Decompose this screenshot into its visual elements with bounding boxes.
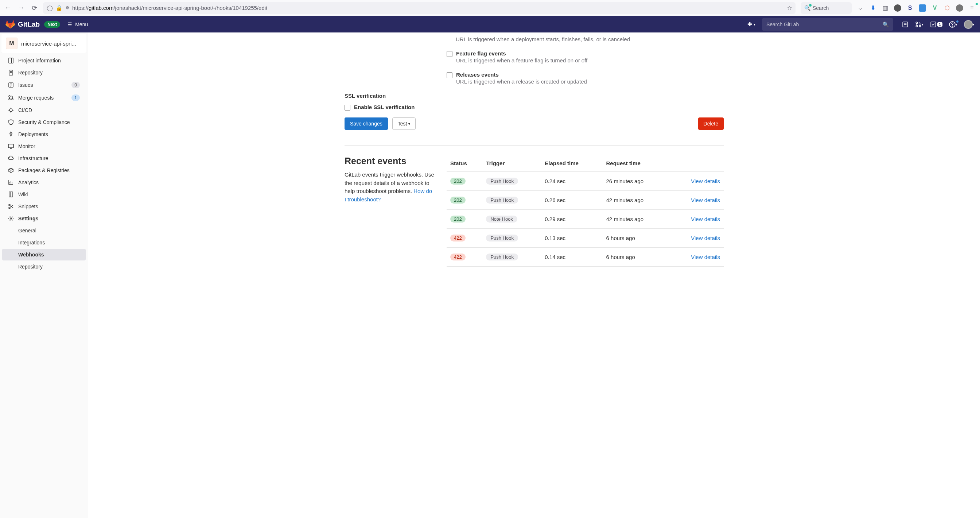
table-row: 202Push Hook0.24 sec26 minutes agoView d… xyxy=(447,172,724,191)
feature-flag-title: Feature flag events xyxy=(456,50,587,57)
sidebar-item-security[interactable]: Security & Compliance xyxy=(2,116,86,128)
menu-toggle[interactable]: ☰ Menu xyxy=(67,22,88,27)
monitor-icon xyxy=(8,143,14,149)
plus-icon: ✚ xyxy=(748,21,752,28)
svg-point-15 xyxy=(11,133,11,134)
chevron-down-icon: ▾ xyxy=(754,22,756,26)
sidebar-item-cicd[interactable]: CI/CD xyxy=(2,104,86,116)
pocket-icon[interactable]: ⌵ xyxy=(857,5,864,12)
svg-point-13 xyxy=(12,99,13,100)
view-details-link[interactable]: View details xyxy=(691,216,720,222)
overflow-icon[interactable]: ≡ xyxy=(968,5,975,12)
downloads-icon[interactable]: ⬇ xyxy=(869,5,877,12)
sidebar-item-analytics[interactable]: Analytics xyxy=(2,177,86,188)
create-new-dropdown[interactable]: ✚ ▾ xyxy=(745,19,757,29)
view-details-link[interactable]: View details xyxy=(691,178,720,184)
browser-search[interactable]: 🔍 Search xyxy=(800,2,852,14)
trigger-badge: Note Hook xyxy=(486,215,517,223)
sidebar-item-deployments[interactable]: Deployments xyxy=(2,128,86,140)
settings-repository[interactable]: Repository xyxy=(2,261,86,273)
gitlab-search[interactable]: Search GitLab 🔍 xyxy=(762,18,893,31)
url-bar[interactable]: ◯ 🔒 ⚙ https://gitlab.com/jonashackt/micr… xyxy=(43,2,795,14)
trigger-badge: Push Hook xyxy=(486,178,518,185)
forward-icon[interactable]: → xyxy=(18,4,25,12)
sidebar-item-monitor[interactable]: Monitor xyxy=(2,140,86,152)
help-icon[interactable]: ▾ xyxy=(949,21,958,28)
sidebar-item-packages[interactable]: Packages & Registries xyxy=(2,164,86,176)
sidebar-item-infrastructure[interactable]: Infrastructure xyxy=(2,153,86,164)
ext-icon-1[interactable] xyxy=(894,5,901,12)
svg-rect-8 xyxy=(12,58,13,63)
repository-icon xyxy=(8,70,14,75)
status-badge: 202 xyxy=(450,178,466,185)
settings-webhooks[interactable]: Webhooks xyxy=(2,249,86,260)
delete-button[interactable]: Delete xyxy=(698,118,724,130)
table-row: 202Push Hook0.26 sec42 minutes agoView d… xyxy=(447,191,724,210)
settings-integrations[interactable]: Integrations xyxy=(2,237,86,249)
sidebar-item-merge-requests[interactable]: Merge requests 1 xyxy=(2,92,86,104)
request-time: 42 minutes ago xyxy=(603,191,670,210)
view-details-link[interactable]: View details xyxy=(691,254,720,260)
ssl-enable-label: Enable SSL verification xyxy=(354,104,415,110)
ext-icon-3[interactable] xyxy=(919,5,926,12)
svg-point-18 xyxy=(9,204,10,206)
merge-requests-icon[interactable]: ▾ xyxy=(915,21,923,28)
todos-icon[interactable]: 1 xyxy=(930,21,942,28)
test-dropdown[interactable]: Test ▾ xyxy=(392,118,416,130)
reader-icon[interactable]: ▥ xyxy=(881,5,889,12)
sidebar-item-repository[interactable]: Repository xyxy=(2,67,86,78)
user-menu[interactable]: ▾ xyxy=(964,20,975,29)
sidebar-item-settings[interactable]: Settings xyxy=(2,213,86,224)
view-details-link[interactable]: View details xyxy=(691,197,720,203)
chevron-down-icon: ▾ xyxy=(956,22,958,26)
next-badge[interactable]: Next xyxy=(44,21,60,28)
reload-icon[interactable]: ⟳ xyxy=(30,4,38,12)
table-row: 422Push Hook0.13 sec6 hours agoView deta… xyxy=(447,229,724,248)
scissors-icon xyxy=(8,204,14,209)
tanuki-icon xyxy=(5,20,15,29)
trigger-badge: Push Hook xyxy=(486,234,518,241)
view-details-link[interactable]: View details xyxy=(691,235,720,241)
svg-point-2 xyxy=(916,25,918,27)
sidebar-item-issues[interactable]: Issues 0 xyxy=(2,79,86,91)
section-divider xyxy=(345,145,724,145)
svg-point-14 xyxy=(10,109,13,112)
recent-events-title: Recent events xyxy=(345,156,435,166)
releases-checkbox[interactable] xyxy=(447,72,452,78)
col-status: Status xyxy=(447,156,482,172)
main-content: URL is triggered when a deployment start… xyxy=(88,32,980,518)
shield-icon[interactable]: ◯ xyxy=(47,5,53,11)
bookmark-star-icon[interactable]: ☆ xyxy=(787,5,792,11)
status-badge: 422 xyxy=(450,253,466,260)
info-icon xyxy=(8,57,14,64)
settings-general[interactable]: General xyxy=(2,225,86,236)
releases-desc: URL is triggered when a release is creat… xyxy=(456,78,587,84)
col-request: Request time xyxy=(603,156,670,172)
status-badge: 202 xyxy=(450,197,466,204)
ext-icon-2[interactable]: S xyxy=(906,5,914,12)
url-text: https://gitlab.com/jonashackt/microservi… xyxy=(72,5,267,11)
account-icon[interactable] xyxy=(956,5,963,12)
ext-icon-4[interactable]: V xyxy=(931,5,939,12)
issues-icon[interactable] xyxy=(902,21,908,28)
back-icon[interactable]: ← xyxy=(5,4,12,12)
feature-flag-checkbox[interactable] xyxy=(447,51,452,57)
permissions-icon[interactable]: ⚙ xyxy=(65,5,69,10)
search-icon: 🔍 xyxy=(804,5,810,11)
package-icon xyxy=(8,167,14,173)
sidebar-item-wiki[interactable]: Wiki xyxy=(2,189,86,200)
merge-icon xyxy=(8,95,14,101)
gitlab-logo[interactable]: GitLab xyxy=(5,20,40,29)
ssl-checkbox[interactable] xyxy=(345,105,350,110)
issues-count: 0 xyxy=(72,82,80,88)
feature-flag-desc: URL is triggered when a feature flag is … xyxy=(456,57,587,64)
svg-point-19 xyxy=(9,207,10,209)
save-button[interactable]: Save changes xyxy=(345,118,388,130)
sidebar-item-snippets[interactable]: Snippets xyxy=(2,201,86,212)
ext-icon-5[interactable]: ⬡ xyxy=(943,5,951,12)
col-trigger: Trigger xyxy=(482,156,541,172)
search-icon: 🔍 xyxy=(883,22,889,27)
ssl-section-label: SSL verification xyxy=(345,92,724,99)
project-header[interactable]: M microservice-api-spri... xyxy=(2,34,86,53)
sidebar-item-project-info[interactable]: Project information xyxy=(2,55,86,66)
